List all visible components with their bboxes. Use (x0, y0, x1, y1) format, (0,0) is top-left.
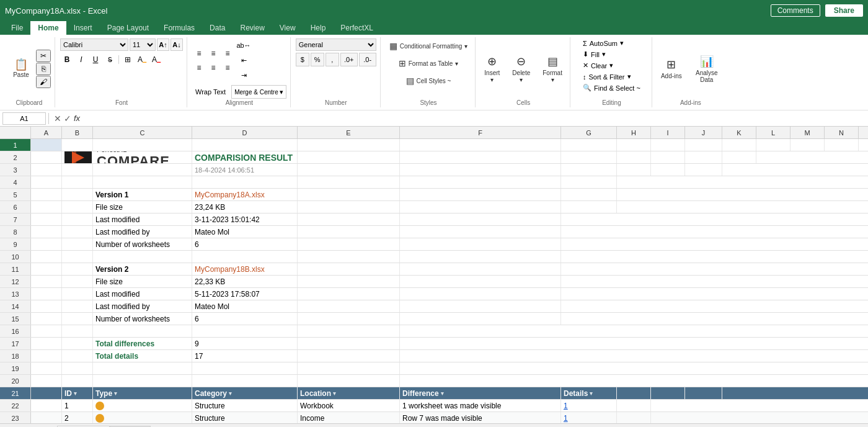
accounting-button[interactable]: $ (296, 53, 309, 66)
cell-E7[interactable] (298, 214, 400, 225)
cell-G22-details[interactable]: 1 (561, 400, 617, 411)
tab-data[interactable]: Data (202, 21, 232, 35)
cell-D13[interactable]: 5-11-2023 17:58:07 (192, 288, 298, 300)
cell-E16[interactable] (298, 325, 400, 337)
cell-A6[interactable] (31, 201, 62, 213)
cell-G4[interactable] (561, 176, 617, 188)
delete-button[interactable]: ⊖ Delete ▾ (508, 52, 534, 86)
row-num-9[interactable]: 9 (0, 238, 31, 250)
strikethrough-button[interactable]: S̶ (103, 53, 117, 66)
cell-A18[interactable] (31, 350, 62, 362)
cell-A1[interactable] (31, 139, 62, 151)
text-direction-button[interactable]: ab↔ (237, 38, 250, 52)
cell-E19[interactable] (298, 362, 400, 374)
col-header-M[interactable]: M (790, 127, 825, 138)
align-top-right[interactable]: ≡ (221, 47, 234, 60)
align-bottom-right[interactable]: ≡ (221, 61, 234, 74)
tab-home[interactable]: Home (30, 21, 66, 35)
cell-E12[interactable] (298, 276, 400, 287)
tab-review[interactable]: Review (232, 21, 272, 35)
col-header-N[interactable]: N (825, 127, 859, 138)
cell-B8[interactable] (62, 226, 93, 238)
cell-C14-label[interactable]: Last modified by (93, 300, 192, 312)
cell-E2[interactable] (298, 151, 400, 163)
cell-A2[interactable] (31, 151, 62, 163)
type-filter-button[interactable]: ▾ (114, 390, 117, 397)
cell-O1[interactable] (859, 139, 868, 151)
format-painter-button[interactable]: 🖌 (36, 76, 51, 88)
analyse-data-button[interactable]: 📊 Analyse Data (689, 52, 724, 86)
cell-E6[interactable] (298, 201, 400, 213)
row-num-17[interactable]: 17 (0, 338, 31, 349)
row-num-7[interactable]: 7 (0, 214, 31, 225)
col-header-A[interactable]: A (31, 127, 62, 138)
fill-dropdown[interactable]: ▾ (602, 50, 606, 58)
cell-D23-category[interactable]: Structure (192, 412, 298, 423)
cell-A8[interactable] (31, 226, 62, 238)
cell-B21-id[interactable]: ID ▾ (62, 387, 93, 399)
delete-dropdown[interactable]: ▾ (520, 76, 523, 83)
fill-button[interactable]: ⬇ Fill ▾ (580, 50, 608, 59)
cell-C13-label[interactable]: Last modified (93, 288, 192, 300)
paste-button[interactable]: 📋 Paste (7, 56, 35, 81)
cell-A14[interactable] (31, 300, 62, 312)
row-num-1[interactable]: 1 (0, 139, 31, 151)
cell-D12[interactable]: 22,33 KB (192, 276, 298, 287)
cell-F4[interactable] (400, 176, 561, 188)
cell-C20[interactable] (93, 375, 192, 387)
cell-G23-details[interactable]: 1 (561, 412, 617, 423)
merge-dropdown-icon[interactable]: ▾ (280, 88, 283, 96)
col-header-O[interactable]: O (859, 127, 868, 138)
cell-C1[interactable] (93, 139, 192, 151)
cell-A19[interactable] (31, 362, 62, 374)
cell-C9-label[interactable]: Number of worksheets (93, 238, 192, 250)
col-header-I[interactable]: I (651, 127, 685, 138)
find-select-button[interactable]: 🔍 Find & Select ~ (580, 83, 643, 92)
decrease-font-button[interactable]: A↓ (170, 38, 183, 51)
cell-E21-location[interactable]: Location ▾ (298, 387, 400, 399)
italic-button[interactable]: I (74, 53, 88, 66)
fill-color-button[interactable]: A▁ (135, 53, 149, 66)
cell-C11[interactable]: Version 2 (93, 263, 192, 275)
cell-D14[interactable]: Mateo Mol (192, 300, 298, 312)
row-num-5[interactable]: 5 (0, 189, 31, 200)
cell-C15-label[interactable]: Number of worksheets (93, 313, 192, 325)
cell-E20[interactable] (298, 375, 400, 387)
row-num-20[interactable]: 20 (0, 375, 31, 387)
cell-B17[interactable] (62, 338, 93, 349)
cell-A5[interactable] (31, 189, 62, 200)
col-header-E[interactable]: E (298, 127, 400, 138)
cell-I3[interactable] (651, 164, 685, 176)
row-num-23[interactable]: 23 (0, 412, 31, 423)
insert-dropdown[interactable]: ▾ (490, 76, 494, 83)
cell-B12[interactable] (62, 276, 93, 287)
cell-B13[interactable] (62, 288, 93, 300)
cell-F22-difference[interactable]: 1 worksheet was made visible (400, 400, 561, 411)
cell-F21-difference[interactable]: Difference ▾ (400, 387, 561, 399)
cell-K1[interactable] (722, 139, 756, 151)
cell-B20[interactable] (62, 375, 93, 387)
cell-D7[interactable]: 3-11-2023 15:01:42 (192, 214, 298, 225)
cell-B23-id[interactable]: 2 (62, 412, 93, 423)
cell-F12[interactable] (400, 276, 561, 287)
col-header-D[interactable]: D (192, 127, 298, 138)
cell-B6[interactable] (62, 201, 93, 213)
cell-F11[interactable] (400, 263, 561, 275)
cell-A13[interactable] (31, 288, 62, 300)
font-size-select[interactable]: 11 (130, 38, 156, 51)
sort-dropdown[interactable]: ▾ (627, 73, 631, 81)
cell-D17[interactable]: 9 (192, 338, 298, 349)
cell-C8-label[interactable]: Last modified by (93, 226, 192, 238)
cell-C3[interactable] (93, 164, 192, 176)
tab-formulas[interactable]: Formulas (156, 21, 202, 35)
cell-B22-id[interactable]: 1 (62, 400, 93, 411)
cell-C6-label[interactable]: File size (93, 201, 192, 213)
cell-J2[interactable] (685, 151, 722, 163)
comments-button[interactable]: Comments (771, 4, 820, 17)
cell-A3[interactable] (31, 164, 62, 176)
cell-A15[interactable] (31, 313, 62, 325)
cell-styles-button[interactable]: ▤ Cell Styles ~ (402, 73, 455, 88)
col-header-C[interactable]: C (93, 127, 192, 138)
indent-decrease-button[interactable]: ⇤ (237, 53, 250, 67)
cell-C22-type[interactable] (93, 400, 192, 411)
